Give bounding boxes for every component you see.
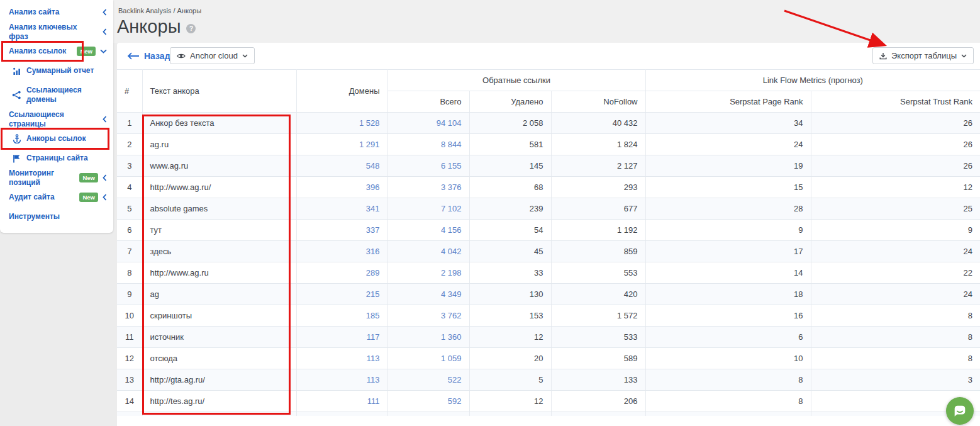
cell-removed: 581 — [469, 134, 551, 155]
cell-nofollow: 1 824 — [551, 134, 645, 155]
cell-trust-rank: 26 — [811, 134, 980, 155]
sidebar-item-label: Страницы сайта — [26, 154, 107, 163]
referring-domains-icon — [11, 91, 22, 99]
cell-removed: 45 — [469, 241, 551, 262]
cell-removed: 68 — [469, 177, 551, 198]
cell-domains-link[interactable]: 316 — [296, 241, 387, 262]
sidebar-item[interactable]: Ссылающиеся страницы — [0, 109, 113, 129]
chevron-left-icon — [103, 174, 107, 181]
cell-domains-link[interactable]: 396 — [296, 177, 387, 198]
cell-domains-link[interactable]: 337 — [296, 220, 387, 241]
cell-page-rank: 8 — [645, 369, 811, 391]
cell-page-rank: 14 — [645, 262, 811, 284]
cell-anchor-text: ag — [142, 284, 296, 305]
download-icon — [879, 52, 887, 60]
cell-total-link[interactable]: 94 104 — [387, 113, 469, 134]
cell-row-number: 13 — [117, 369, 142, 391]
cell-anchor-text: тут — [142, 220, 296, 241]
chat-widget-button[interactable] — [946, 397, 974, 425]
cell-domains-link[interactable]: 341 — [296, 198, 387, 220]
cell-removed: 12 — [469, 327, 551, 348]
page-title: Анкоры — [117, 16, 181, 37]
breadcrumb-separator: / — [171, 7, 177, 14]
cell-domains-link[interactable]: 111 — [296, 391, 387, 412]
anchor-cloud-button[interactable]: Anchor cloud — [170, 47, 255, 64]
sidebar-item[interactable]: Страницы сайта — [0, 149, 113, 168]
cell-total-link[interactable]: 1 360 — [387, 327, 469, 348]
sidebar-item-label: Суммарный отчет — [26, 66, 107, 76]
cell-nofollow: 420 — [551, 284, 645, 305]
sidebar-item[interactable]: Суммарный отчет — [0, 61, 113, 81]
cell-nofollow: 533 — [551, 327, 645, 348]
cell-page-rank: 34 — [645, 113, 811, 134]
chevron-down-icon — [242, 54, 248, 58]
cell-total-link[interactable]: 4 349 — [387, 284, 469, 305]
cell-domains-link[interactable]: 1 528 — [296, 113, 387, 134]
eye-icon — [177, 53, 186, 59]
cell-row-number: 7 — [117, 241, 142, 262]
column-header-removed[interactable]: Удалено — [469, 91, 551, 113]
help-icon[interactable]: ? — [186, 24, 196, 33]
cell-total-link[interactable]: 3 376 — [387, 177, 469, 198]
cell-total-link[interactable]: 3 762 — [387, 305, 469, 327]
table-row: 4 http://www.ag.ru/ 396 3 376 68 293 15 … — [117, 177, 980, 198]
sidebar-item-link-analysis[interactable]: Анализ ссылокNew — [0, 42, 113, 61]
cell-total-link[interactable]: 592 — [387, 391, 469, 412]
anchor-icon — [11, 134, 22, 143]
table-row: 12 отсюда 113 1 059 20 589 10 8 — [117, 348, 980, 369]
cell-row-number: 5 — [117, 198, 142, 220]
column-header-total[interactable]: Всего — [387, 91, 469, 113]
cell-domains-link[interactable]: 113 — [296, 348, 387, 369]
group-header-link-flow: Link Flow Metrics (прогноз) — [645, 70, 980, 91]
cell-total-link[interactable]: 7 102 — [387, 198, 469, 220]
cell-anchor-text: Анкор без текста — [142, 113, 296, 134]
flag-icon — [11, 154, 22, 163]
sidebar-item[interactable]: Анализ ключевых фраз — [0, 22, 113, 42]
cell-domains-link[interactable]: 1 291 — [296, 134, 387, 155]
sidebar-item-anchors[interactable]: Анкоры ссылок — [0, 129, 113, 149]
sidebar-item[interactable]: Аудит сайтаNew — [0, 188, 113, 207]
cell-anchor-text: http://www.ag.ru — [142, 262, 296, 284]
column-header-nofollow[interactable]: NoFollow — [551, 91, 645, 113]
cell-anchor-text: здесь — [142, 241, 296, 262]
cell-domains-link[interactable]: 215 — [296, 284, 387, 305]
cell-domains-link[interactable]: 185 — [296, 305, 387, 327]
sidebar-item-label: Аудит сайта — [9, 193, 75, 202]
sidebar-item[interactable]: Инструменты — [0, 207, 113, 227]
column-header-anchor[interactable]: Текст анкора — [142, 70, 296, 113]
cell-domains-link[interactable]: 117 — [296, 327, 387, 348]
summary-report-icon — [11, 67, 22, 76]
back-button[interactable]: Назад — [127, 51, 170, 61]
sidebar-item-label: Анализ ссылок — [9, 47, 72, 56]
cell-domains-link[interactable]: 113 — [296, 369, 387, 391]
cell-page-rank: 9 — [645, 220, 811, 241]
cell-total-link[interactable]: 1 059 — [387, 348, 469, 369]
cell-row-number: 6 — [117, 220, 142, 241]
sidebar-item[interactable]: Мониторинг позицийNew — [0, 168, 113, 188]
cell-total-link[interactable]: 2 198 — [387, 262, 469, 284]
column-header-domains[interactable]: Домены — [296, 70, 387, 113]
sidebar-item[interactable]: Анализ сайта — [0, 3, 113, 22]
chevron-left-icon — [103, 28, 107, 35]
column-header-trust-rank[interactable]: Serpstat Trust Rank — [811, 91, 980, 113]
cell-page-rank: 17 — [645, 241, 811, 262]
content-panel: Назад Anchor cloud Экспорт таблицы # Тек… — [117, 43, 980, 426]
cell-domains-link[interactable]: 289 — [296, 262, 387, 284]
cell-domains-link[interactable]: 548 — [296, 155, 387, 177]
cell-total-link[interactable]: 4 156 — [387, 220, 469, 241]
export-button[interactable]: Экспорт таблицы — [872, 47, 974, 64]
cell-total-link[interactable]: 4 042 — [387, 241, 469, 262]
chevron-left-icon — [103, 194, 107, 201]
cell-total-link[interactable]: 522 — [387, 369, 469, 391]
group-header-backlinks: Обратные ссылки — [387, 70, 645, 91]
sidebar-item[interactable]: Ссылающиеся домены — [0, 81, 113, 109]
cell-removed: 239 — [469, 198, 551, 220]
sidebar-item-label: Анализ сайта — [9, 8, 98, 17]
cell-total-link[interactable]: 8 844 — [387, 134, 469, 155]
cell-removed: 12 — [469, 391, 551, 412]
breadcrumb-link-backlink-analysis[interactable]: Backlink Analysis — [118, 7, 171, 14]
cell-anchor-text: скриншоты — [142, 305, 296, 327]
column-header-page-rank[interactable]: Serpstat Page Rank — [645, 91, 811, 113]
sidebar-item-label: Ссылающиеся страницы — [9, 110, 98, 129]
cell-total-link[interactable]: 6 155 — [387, 155, 469, 177]
